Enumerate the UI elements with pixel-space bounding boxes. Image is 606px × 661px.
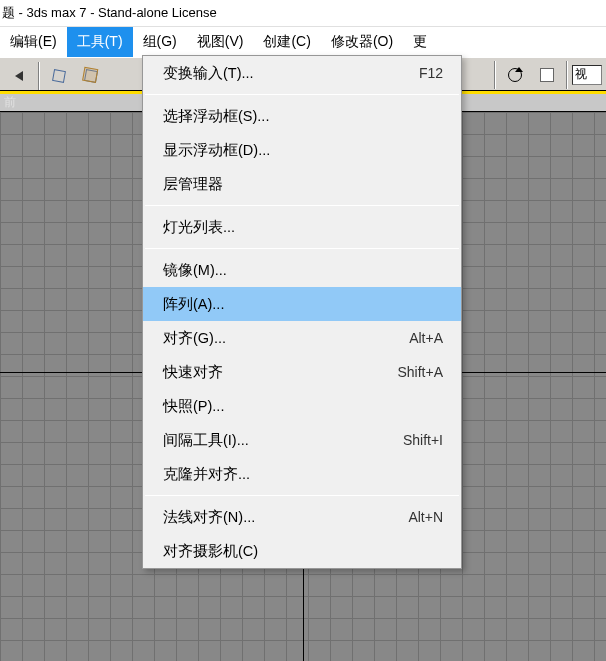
menu-edit[interactable]: 编辑(E): [0, 27, 67, 57]
menu-spacing-tool[interactable]: 间隔工具(I)... Shift+I: [143, 423, 461, 457]
unlink-icon: [84, 69, 98, 83]
menu-snapshot[interactable]: 快照(P)...: [143, 389, 461, 423]
menu-align-camera[interactable]: 对齐摄影机(C): [143, 534, 461, 568]
menu-mirror[interactable]: 镜像(M)...: [143, 253, 461, 287]
menu-tools[interactable]: 工具(T): [67, 27, 133, 57]
menu-light-lister[interactable]: 灯光列表...: [143, 210, 461, 244]
menu-label: 阵列(A)...: [163, 295, 224, 314]
menu-label: 克隆并对齐...: [163, 465, 250, 484]
menu-shortcut: F12: [419, 65, 443, 81]
menu-quick-align[interactable]: 快速对齐 Shift+A: [143, 355, 461, 389]
toolbar-separator: [38, 62, 40, 90]
arrow-left-icon: [15, 71, 23, 81]
unlink-button[interactable]: [76, 61, 106, 91]
coord-system-dropdown[interactable]: 视: [572, 65, 602, 85]
menu-label: 灯光列表...: [163, 218, 235, 237]
menu-create[interactable]: 创建(C): [253, 27, 320, 57]
window-title: 题 - 3ds max 7 - Stand-alone License: [2, 5, 217, 20]
menu-label: 对齐摄影机(C): [163, 542, 258, 561]
menu-label: 间隔工具(I)...: [163, 431, 249, 450]
region-button[interactable]: [532, 60, 562, 90]
menu-shortcut: Shift+A: [397, 364, 443, 380]
menu-more[interactable]: 更: [403, 27, 437, 57]
menu-transform-type-in[interactable]: 变换输入(T)... F12: [143, 56, 461, 90]
toolbar-separator: [494, 61, 496, 89]
menu-label: 快照(P)...: [163, 397, 224, 416]
toolbar-right-group: 视: [492, 60, 606, 90]
tools-dropdown-menu: 变换输入(T)... F12 选择浮动框(S)... 显示浮动框(D)... 层…: [142, 55, 462, 569]
menu-shortcut: Alt+N: [408, 509, 443, 525]
menu-group[interactable]: 组(G): [133, 27, 187, 57]
window-title-bar: 题 - 3ds max 7 - Stand-alone License: [0, 0, 606, 27]
menu-view[interactable]: 视图(V): [187, 27, 254, 57]
link-icon: [52, 69, 66, 83]
menu-label: 层管理器: [163, 175, 223, 194]
square-icon: [540, 68, 554, 82]
menu-clone-and-align[interactable]: 克隆并对齐...: [143, 457, 461, 491]
menu-label: 快速对齐: [163, 363, 223, 382]
link-button[interactable]: [44, 61, 74, 91]
menu-bar: 编辑(E) 工具(T) 组(G) 视图(V) 创建(C) 修改器(O) 更: [0, 27, 606, 57]
menu-shortcut: Alt+A: [409, 330, 443, 346]
viewport-label: 前: [4, 94, 16, 111]
menu-array[interactable]: 阵列(A)...: [143, 287, 461, 321]
toolbar-separator: [566, 61, 568, 89]
menu-label: 显示浮动框(D)...: [163, 141, 270, 160]
menu-selection-floater[interactable]: 选择浮动框(S)...: [143, 99, 461, 133]
menu-label: 变换输入(T)...: [163, 64, 254, 83]
menu-separator: [145, 495, 459, 496]
menu-align[interactable]: 对齐(G)... Alt+A: [143, 321, 461, 355]
rotate-button[interactable]: [500, 60, 530, 90]
rotate-icon: [508, 68, 522, 82]
menu-normal-align[interactable]: 法线对齐(N)... Alt+N: [143, 500, 461, 534]
menu-modifiers[interactable]: 修改器(O): [321, 27, 403, 57]
menu-label: 选择浮动框(S)...: [163, 107, 269, 126]
undo-button[interactable]: [4, 61, 34, 91]
menu-label: 镜像(M)...: [163, 261, 227, 280]
menu-separator: [145, 205, 459, 206]
menu-label: 对齐(G)...: [163, 329, 226, 348]
toolbar-left-group: [4, 61, 106, 91]
menu-shortcut: Shift+I: [403, 432, 443, 448]
menu-display-floater[interactable]: 显示浮动框(D)...: [143, 133, 461, 167]
menu-layer-manager[interactable]: 层管理器: [143, 167, 461, 201]
menu-separator: [145, 94, 459, 95]
menu-separator: [145, 248, 459, 249]
menu-label: 法线对齐(N)...: [163, 508, 255, 527]
